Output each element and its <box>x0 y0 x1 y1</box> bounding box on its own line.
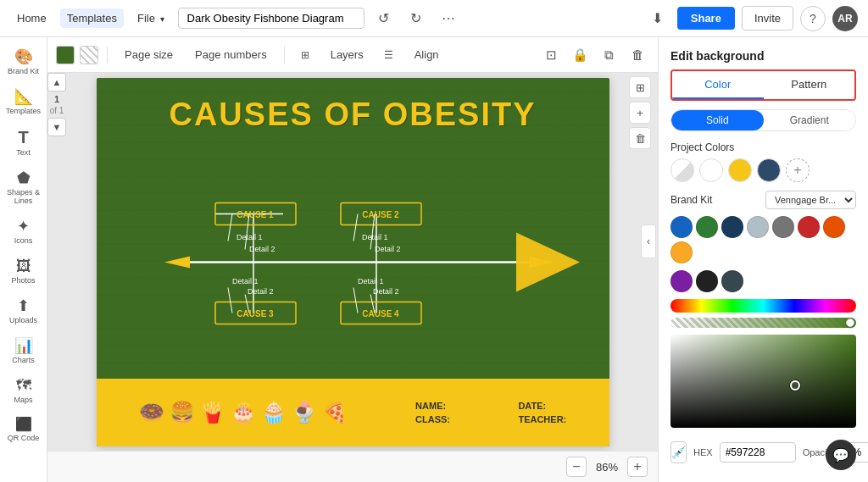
sidebar-item-photos[interactable]: 🖼 Photos <box>3 253 45 290</box>
hex-input[interactable] <box>720 442 796 463</box>
svg-line-28 <box>353 287 358 313</box>
color-gradient-box[interactable] <box>670 335 856 428</box>
bg-pattern-swatch[interactable] <box>80 46 98 64</box>
brand-swatch-darkgray[interactable] <box>721 270 743 292</box>
more-btn[interactable]: ⋯ <box>436 6 461 31</box>
download-btn[interactable]: ⬇ <box>645 6 670 31</box>
slide: CAUSES OF OBESITY <box>97 78 609 446</box>
align-btn[interactable]: Align <box>406 45 448 64</box>
zoom-in-btn[interactable]: + <box>627 457 648 477</box>
sidebar-item-uploads[interactable]: ⬆ Uploads <box>3 293 45 330</box>
color-dark-blue[interactable] <box>757 158 781 182</box>
brand-kit-label: Brand Kit <box>670 194 712 206</box>
panel-header: Edit background <box>659 37 868 69</box>
shapes-icon: ⬟ <box>17 170 31 186</box>
color-tab[interactable]: Color <box>672 71 764 99</box>
undo-btn[interactable]: ↺ <box>371 6 397 31</box>
side-tool-3[interactable]: 🗑 <box>629 127 651 149</box>
invite-button[interactable]: Invite <box>742 6 793 30</box>
collapse-handle[interactable]: ‹ <box>641 224 656 258</box>
icons-icon: ✦ <box>17 219 30 234</box>
svg-marker-33 <box>516 232 580 291</box>
canvas-content[interactable]: CAUSES OF OBESITY <box>47 73 658 451</box>
layers-btn[interactable]: Layers <box>322 45 372 64</box>
color-white[interactable] <box>699 158 723 182</box>
toolbar-sep-2 <box>284 47 285 64</box>
side-tool-2[interactable]: + <box>629 102 651 124</box>
delete-btn[interactable]: 🗑 <box>626 43 649 67</box>
page-up-btn[interactable]: ▲ <box>47 73 66 91</box>
align-icon[interactable]: ☰ <box>377 43 401 67</box>
page-size-btn[interactable]: Page size <box>116 45 181 64</box>
crop-btn[interactable]: ⊡ <box>539 43 563 67</box>
right-panel: Edit background Color Pattern Solid Grad… <box>658 37 868 482</box>
brand-swatch-purple[interactable] <box>670 270 693 292</box>
brand-swatch-navy[interactable] <box>721 216 743 238</box>
color-yellow[interactable] <box>728 158 752 182</box>
zoom-value: 86% <box>592 461 622 474</box>
redo-btn[interactable]: ↻ <box>403 6 429 31</box>
svg-text:CAUSE 3: CAUSE 3 <box>236 308 274 318</box>
brand-swatch-green[interactable] <box>696 216 718 238</box>
brand-swatch-gray[interactable] <box>772 216 794 238</box>
brand-swatch-black[interactable] <box>696 270 718 292</box>
pattern-tab[interactable]: Pattern <box>764 71 855 99</box>
copy-btn[interactable]: ⧉ <box>597 43 620 67</box>
svg-text:Detail 2: Detail 2 <box>375 244 401 252</box>
fries-icon: 🍟 <box>200 401 225 424</box>
sidebar-item-qr-code[interactable]: ⬛ QR Code <box>3 413 45 447</box>
sidebar-item-label: Templates <box>6 107 41 115</box>
sidebar-item-label: Photos <box>11 276 35 285</box>
project-colors-label: Project Colors <box>670 141 856 153</box>
bg-color-swatch[interactable] <box>56 46 75 64</box>
svg-text:Detail 2: Detail 2 <box>373 286 399 295</box>
doc-title-input[interactable] <box>178 8 364 29</box>
eyedropper-btn[interactable]: 💉 <box>670 441 687 463</box>
name-label: NAME: <box>415 401 450 411</box>
svg-text:Detail 1: Detail 1 <box>236 232 263 241</box>
help-button[interactable]: ? <box>800 6 826 31</box>
brand-kit-select[interactable]: Venngage Br... <box>765 191 856 209</box>
page-down-btn[interactable]: ▼ <box>47 118 66 136</box>
add-color-btn[interactable]: + <box>786 158 810 182</box>
page-numbers-btn[interactable]: Page numbers <box>186 45 275 64</box>
share-button[interactable]: Share <box>677 7 735 30</box>
sidebar-item-text[interactable]: T Text <box>3 124 45 162</box>
nav-file[interactable]: File ▾ <box>131 8 171 28</box>
nav-templates[interactable]: Templates <box>60 8 124 28</box>
svg-line-21 <box>228 287 232 313</box>
brand-color-row-1 <box>670 216 856 263</box>
side-tool-1[interactable]: ⊞ <box>629 76 651 98</box>
sidebar-item-templates[interactable]: 📐 Templates <box>3 84 45 120</box>
sidebar-item-charts[interactable]: 📊 Charts <box>3 333 45 369</box>
color-pattern-tabs: Color Pattern <box>670 69 856 101</box>
layers-icon[interactable]: ⊞ <box>293 43 317 67</box>
lock-btn[interactable]: 🔒 <box>568 43 592 67</box>
opacity-slider[interactable] <box>670 318 856 328</box>
donut-icon: 🍩 <box>139 401 164 424</box>
date-label: DATE: <box>518 401 566 411</box>
chat-bubble[interactable]: 💬 <box>826 440 856 470</box>
brand-swatch-light[interactable] <box>747 216 769 238</box>
color-transparent[interactable] <box>670 158 694 182</box>
sidebar-item-shapes[interactable]: ⬟ Shapes & Lines <box>3 165 45 210</box>
page-number: 1 <box>50 93 64 105</box>
spectrum-bar[interactable] <box>670 299 856 313</box>
brand-swatch-amber[interactable] <box>670 241 693 263</box>
sidebar-item-label: Uploads <box>9 316 37 324</box>
burger-icon: 🍔 <box>170 401 195 424</box>
sidebar-item-brand-kit[interactable]: 🎨 Brand Kit <box>3 44 45 80</box>
solid-tab[interactable]: Solid <box>671 110 764 130</box>
brand-swatch-blue[interactable] <box>670 216 693 238</box>
sidebar-item-icons[interactable]: ✦ Icons <box>3 213 45 250</box>
zoom-out-btn[interactable]: − <box>566 457 587 477</box>
gradient-tab[interactable]: Gradient <box>764 110 856 130</box>
svg-line-14 <box>353 213 358 241</box>
brand-swatch-orange[interactable] <box>823 216 845 238</box>
brand-swatch-red[interactable] <box>798 216 820 238</box>
sidebar-item-maps[interactable]: 🗺 Maps <box>3 373 45 409</box>
sidebar-item-label: Text <box>16 148 31 157</box>
svg-text:CAUSE 1: CAUSE 1 <box>236 209 274 219</box>
nav-home[interactable]: Home <box>10 8 53 28</box>
pizza-icon: 🍕 <box>322 401 348 424</box>
